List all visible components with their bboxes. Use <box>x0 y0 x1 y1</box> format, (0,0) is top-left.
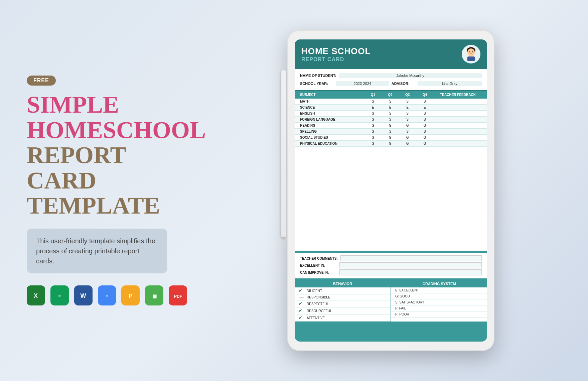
grading-item: G: GOOD <box>391 293 487 299</box>
svg-text:W: W <box>81 292 86 299</box>
svg-point-15 <box>467 48 475 56</box>
th-q1: Q1 <box>365 93 381 97</box>
td-q4: G <box>417 136 433 139</box>
table-row: SCIENCE E E E E <box>295 105 487 111</box>
student-name-row: NAME OF STUDENT: Jakobe Mccarthy <box>300 72 482 80</box>
td-q1: S <box>365 118 381 121</box>
td-q2: S <box>382 130 398 133</box>
grading-header: GRADING SYSTEM <box>391 280 487 287</box>
th-feedback: TEACHER FEEDBACK <box>434 93 482 97</box>
comment-value <box>339 262 482 268</box>
td-subject: READING <box>300 124 364 127</box>
td-q4: G <box>417 124 433 127</box>
grading-item: F: FAIL <box>391 305 487 311</box>
td-q4: G <box>417 142 433 145</box>
docs-icon: ≡ <box>98 285 116 305</box>
student-info-section: NAME OF STUDENT: Jakobe Mccarthy SCHOOL … <box>295 69 487 91</box>
td-subject: SCIENCE <box>300 106 364 109</box>
td-q1: S <box>365 112 381 115</box>
main-title: SIMPLE HOMESCHOOL REPORT CARD TEMPLATE <box>27 92 187 219</box>
table-row: ENGLISH S S S S <box>295 111 487 117</box>
ipad-frame: HOME SCHOOL REPORT CARD <box>287 30 494 351</box>
behavior-header: BEHAVIOR <box>295 280 391 287</box>
comment-value <box>340 255 482 261</box>
td-q4: S <box>417 130 433 133</box>
title-line-2: HOMESCHOOL <box>27 118 187 143</box>
app-icons-row: X ≡ W ≡ P ▦ PDF <box>27 285 187 305</box>
behavior-section: BEHAVIOR ✔DILIGENTRESPONSIBLE✔RESPECTFUL… <box>295 280 391 322</box>
right-panel: HOME SCHOOL REPORT CARD <box>207 0 588 381</box>
behavior-label: RESPONSIBLE <box>307 295 330 299</box>
left-panel: FREE SIMPLE HOMESCHOOL REPORT CARD TEMPL… <box>0 0 207 381</box>
comment-value <box>339 269 482 275</box>
comment-label: EXCELLENT IN: <box>300 264 337 267</box>
svg-text:X: X <box>34 292 38 299</box>
td-subject: SPELLING <box>300 130 364 133</box>
svg-text:PDF: PDF <box>174 294 182 299</box>
svg-text:≡: ≡ <box>58 293 61 299</box>
td-q3: S <box>400 130 416 133</box>
report-header: HOME SCHOOL REPORT CARD <box>295 39 487 69</box>
td-q3: S <box>400 112 416 115</box>
behavior-item: ✔ATTENTIVE <box>295 314 391 322</box>
free-badge: FREE <box>27 76 56 86</box>
td-q3: G <box>400 142 416 145</box>
report-title-sub: REPORT CARD <box>301 56 371 62</box>
pdf-icon: PDF <box>169 285 187 305</box>
behavior-list: ✔DILIGENTRESPONSIBLE✔RESPECTFUL✔RESOURCE… <box>295 287 391 322</box>
school-year-row: SCHOOL YEAR: 2023-2024 ADVISOR: Lilia Gr… <box>300 80 482 88</box>
td-feedback <box>434 124 482 127</box>
student-avatar-icon <box>462 45 480 64</box>
td-subject: ENGLISH <box>300 112 364 115</box>
td-q4: S <box>417 112 433 115</box>
td-q2: S <box>382 118 398 121</box>
empty-check <box>299 297 304 297</box>
behavior-label: RESPECTFUL <box>307 302 329 306</box>
grading-item: P: POOR <box>391 311 487 318</box>
table-header: SUBJECT Q1 Q2 Q3 Q4 TEACHER FEEDBACK <box>295 91 487 99</box>
td-subject: SOCIAL STUDIES <box>300 136 364 139</box>
svg-rect-18 <box>467 56 475 61</box>
svg-text:▦: ▦ <box>152 293 156 299</box>
comment-label: CAN IMPROVE IN: <box>300 271 337 274</box>
ipad-screen: HOME SCHOOL REPORT CARD <box>295 39 487 342</box>
behavior-label: DILIGENT <box>307 289 322 293</box>
checkmark-icon: ✔ <box>299 315 304 320</box>
td-feedback <box>434 142 482 145</box>
svg-text:P: P <box>129 293 133 299</box>
td-q2: S <box>382 112 398 115</box>
table-row: PHYSICAL EDUCATION G G G G <box>295 141 487 147</box>
td-q1: S <box>365 100 381 103</box>
behavior-item: ✔DILIGENT <box>295 287 391 294</box>
table-body: MATH S S S S SCIENCE E E E E ENGLISH S S… <box>295 99 487 147</box>
footer-bar <box>295 322 487 342</box>
svg-text:≡: ≡ <box>106 293 108 299</box>
td-q2: G <box>382 142 398 145</box>
school-year-value: 2023-2024 <box>336 81 389 86</box>
th-subject: SUBJECT <box>300 93 364 97</box>
th-q4: Q4 <box>417 93 433 97</box>
behavior-item: RESPONSIBLE <box>295 294 391 300</box>
td-q2: S <box>382 100 398 103</box>
td-q1: S <box>365 130 381 133</box>
td-q4: S <box>417 100 433 103</box>
comment-row: CAN IMPROVE IN: <box>300 269 482 275</box>
td-subject: MATH <box>300 100 364 103</box>
td-subject: PHYSICAL EDUCATION <box>300 142 364 145</box>
td-subject: FOREIGN LANGUAGE <box>300 118 364 121</box>
th-q2: Q2 <box>382 93 398 97</box>
word-icon: W <box>74 285 93 305</box>
student-name-value: Jakobe Mccarthy <box>339 73 482 78</box>
td-q3: G <box>400 136 416 139</box>
table-row: SOCIAL STUDIES G G G G <box>295 135 487 141</box>
checkmark-icon: ✔ <box>299 301 304 306</box>
td-feedback <box>434 136 482 139</box>
behavior-item: ✔RESPECTFUL <box>295 300 391 307</box>
spacer-1 <box>295 251 487 253</box>
numbers-icon: ▦ <box>145 285 163 305</box>
td-q3: S <box>400 100 416 103</box>
comments-section: TEACHER COMMENTS: EXCELLENT IN: CAN IMPR… <box>295 253 487 279</box>
title-line-4: TEMPLATE <box>27 193 187 219</box>
pages-icon: P <box>121 285 140 305</box>
td-feedback <box>434 112 482 115</box>
